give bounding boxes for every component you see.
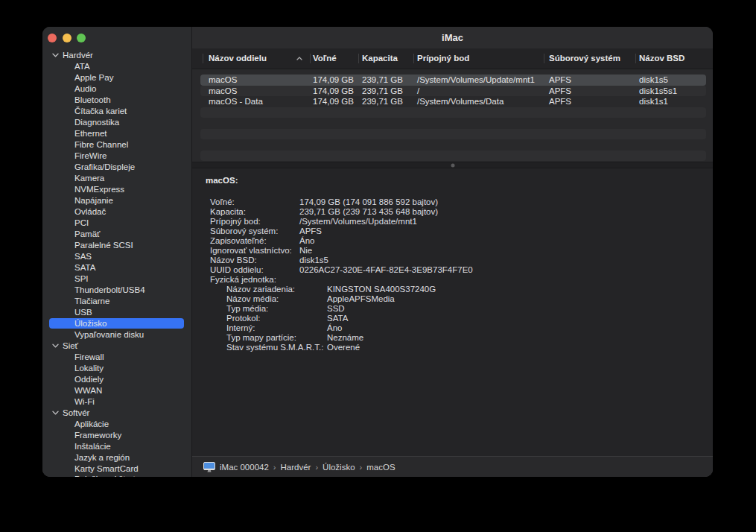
cell: macOS (209, 75, 237, 86)
cell: / (417, 86, 419, 97)
detail-field: Typ média:SSD (192, 304, 713, 314)
sidebar-item--lo-isko[interactable]: Úložisko (42, 317, 191, 329)
sidebar-item-fibre-channel[interactable]: Fibre Channel (42, 139, 191, 150)
sidebar-item-nap-janie[interactable]: Napájanie (42, 194, 191, 206)
detail-field: Stav systému S.M.A.R.T.:Overené (192, 343, 713, 352)
zoom-button[interactable] (77, 34, 86, 42)
sidebar-item-nvmexpress[interactable]: NVMExpress (42, 183, 191, 194)
breadcrumb-item[interactable]: Hardvér (281, 463, 311, 472)
sidebar-item-bluetooth[interactable]: Bluetooth (42, 94, 191, 105)
cell: /System/Volumes/Data (417, 96, 504, 107)
column-divider (635, 54, 636, 63)
sidebar-item-pam-[interactable]: Pamäť (42, 228, 191, 239)
sidebar-item-usb[interactable]: USB (42, 306, 191, 317)
imac-icon (203, 462, 215, 472)
sidebar-item-apple-pay[interactable]: Apple Pay (42, 72, 191, 83)
sidebar-item-frameworky[interactable]: Frameworky (42, 429, 191, 440)
sidebar-item-pci[interactable]: PCI (42, 217, 191, 228)
breadcrumb: iMac 000042›Hardvér›Úložisko›macOS (203, 462, 396, 472)
sidebar-item-ethernet[interactable]: Ethernet (42, 127, 191, 139)
pane-splitter[interactable] (192, 162, 713, 168)
cell: 174,09 GB (313, 96, 354, 107)
sidebar-item-kamera[interactable]: Kamera (42, 172, 191, 183)
sidebar-item-jazyk-a-regi-n[interactable]: Jazyk a región (42, 452, 191, 463)
breadcrumb-item[interactable]: iMac 000042 (220, 463, 269, 472)
sidebar-item-vypa-ovanie-disku[interactable]: Vypaľovanie disku (42, 329, 191, 340)
sidebar-item-tla-iarne[interactable]: Tlačiarne (42, 295, 191, 306)
column-header-2[interactable]: Voľné (313, 48, 337, 69)
system-information-window: HardvérATAApple PayAudioBluetoothČítačka… (42, 27, 713, 477)
cell: /System/Volumes/Update/mnt1 (417, 75, 535, 86)
minimize-button[interactable] (63, 34, 72, 42)
sidebar-item-wwan[interactable]: WWAN (42, 384, 191, 396)
cell: disk1s5 (639, 75, 668, 86)
cell: disk1s5s1 (639, 86, 677, 97)
volume-table: macOS174,09 GB239,71 GB/System/Volumes/U… (192, 69, 713, 162)
sidebar-item-firewall[interactable]: Firewall (42, 351, 191, 362)
detail-field: Typ mapy partície:Neznáme (192, 333, 713, 343)
detail-field: Ignorovať vlastníctvo:Nie (192, 246, 713, 256)
detail-field: Interný:Áno (192, 323, 713, 333)
cell: disk1s1 (639, 96, 668, 107)
sidebar-item-thunderbolt-usb4[interactable]: Thunderbolt/USB4 (42, 284, 191, 295)
column-header-5[interactable]: Súborový systém (549, 48, 620, 69)
table-row-3[interactable]: macOS - Data174,09 GB239,71 GB/System/Vo… (200, 96, 706, 107)
main-pane: iMac Názov oddieluVoľnéKapacitaPrípojný … (192, 27, 713, 477)
sidebar-item-audio[interactable]: Audio (42, 83, 191, 94)
close-button[interactable] (48, 34, 57, 42)
column-header-3[interactable]: Kapacita (362, 48, 398, 69)
detail-field: Názov média:AppleAPFSMedia (192, 294, 713, 304)
breadcrumb-separator: › (315, 463, 318, 472)
sidebar: HardvérATAApple PayAudioBluetoothČítačka… (42, 27, 192, 477)
sidebar-item-ata[interactable]: ATA (42, 60, 191, 72)
table-row-empty (200, 118, 706, 129)
column-divider (203, 54, 203, 63)
sidebar-item-lokality[interactable]: Lokality (42, 362, 191, 373)
table-row-empty (200, 107, 706, 118)
table-row-empty (200, 139, 706, 151)
detail-field: Fyzická jednotka: (192, 275, 713, 285)
cell: APFS (549, 75, 571, 86)
sidebar-item-grafika-displeje[interactable]: Grafika/Displeje (42, 161, 191, 172)
table-row-2[interactable]: macOS174,09 GB239,71 GB/APFSdisk1s5s1 (200, 86, 706, 97)
cell: macOS (209, 86, 237, 97)
cell: 239,71 GB (362, 86, 403, 97)
column-divider (413, 54, 414, 63)
sidebar-item-diagnostika[interactable]: Diagnostika (42, 116, 191, 127)
sidebar-item-karty-smartcard[interactable]: Karty SmartCard (42, 463, 191, 474)
window-controls (48, 34, 86, 42)
detail-field: Prípojný bod:/System/Volumes/Update/mnt1 (192, 217, 713, 227)
sidebar-item-polo-ky-pri-tarte[interactable]: Položky pri štarte (42, 474, 191, 477)
sidebar-item-sata[interactable]: SATA (42, 262, 191, 273)
sidebar-item--ta-ka-kariet[interactable]: Čítačka kariet (42, 105, 191, 116)
sidebar-item-wi-fi[interactable]: Wi-Fi (42, 396, 191, 407)
column-header-6[interactable]: Názov BSD (639, 48, 684, 69)
breadcrumb-separator: › (360, 463, 363, 472)
breadcrumb-item[interactable]: Úložisko (323, 463, 355, 472)
sidebar-section-sieť[interactable]: Sieť (42, 340, 191, 351)
title-bar: iMac (192, 27, 713, 48)
sidebar-item-spi[interactable]: SPI (42, 273, 191, 284)
detail-field: Kapacita:239,71 GB (239 713 435 648 bajt… (192, 207, 713, 217)
sidebar-item-oddiely[interactable]: Oddiely (42, 373, 191, 384)
sidebar-item-in-tal-cie[interactable]: Inštalácie (42, 440, 191, 452)
detail-field: Názov zariadenia:KINGSTON SA400S37240G (192, 285, 713, 294)
detail-field: Názov BSD:disk1s5 (192, 256, 713, 265)
column-header-1[interactable]: Názov oddielu (209, 48, 267, 69)
sidebar-item-ovl-da-[interactable]: Ovládač (42, 206, 191, 217)
sidebar-item-aplik-cie[interactable]: Aplikácie (42, 418, 191, 429)
sidebar-item-firewire[interactable]: FireWire (42, 150, 191, 161)
sidebar-section-softvér[interactable]: Softvér (42, 407, 191, 418)
splitter-handle-icon (451, 163, 454, 167)
table-row-1[interactable]: macOS174,09 GB239,71 GB/System/Volumes/U… (200, 75, 706, 86)
detail-field: Protokol:SATA (192, 314, 713, 323)
sidebar-section-hardvér[interactable]: Hardvér (42, 49, 191, 60)
cell: macOS - Data (209, 96, 263, 107)
breadcrumb-item[interactable]: macOS (366, 463, 395, 472)
detail-field: UUID oddielu:0226AC27-320E-4FAF-82E4-3E9… (192, 265, 713, 275)
column-divider (310, 54, 311, 63)
sidebar-item-sas[interactable]: SAS (42, 250, 191, 262)
sidebar-item-paraleln-scsi[interactable]: Paralelné SCSI (42, 239, 191, 250)
column-divider (544, 54, 544, 63)
column-header-4[interactable]: Prípojný bod (417, 48, 469, 69)
